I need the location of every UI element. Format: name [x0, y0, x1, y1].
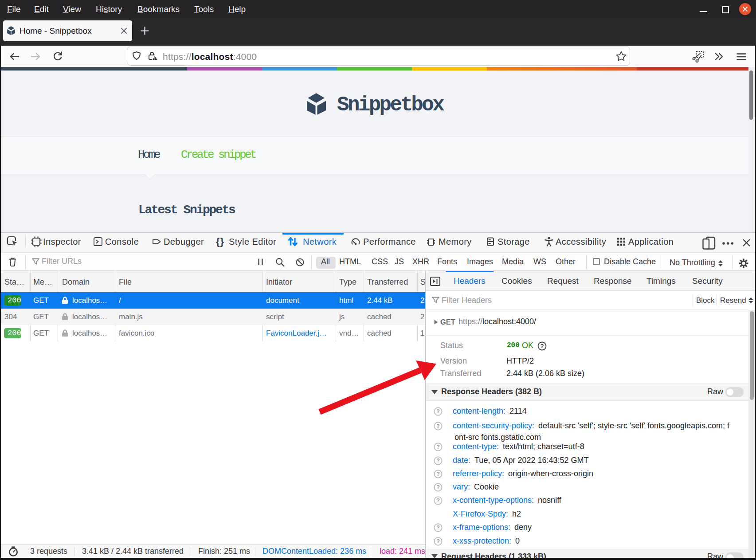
- svg-text:?: ?: [436, 497, 440, 504]
- svg-text:?: ?: [436, 408, 440, 415]
- svg-text:?: ?: [436, 423, 440, 429]
- svg-text:?: ?: [436, 538, 440, 544]
- svg-text:?: ?: [436, 525, 440, 531]
- svg-text:?: ?: [541, 343, 544, 349]
- svg-text:?: ?: [436, 444, 440, 450]
- svg-text:?: ?: [436, 458, 440, 464]
- svg-text:?: ?: [436, 484, 440, 490]
- svg-text:?: ?: [436, 471, 440, 477]
